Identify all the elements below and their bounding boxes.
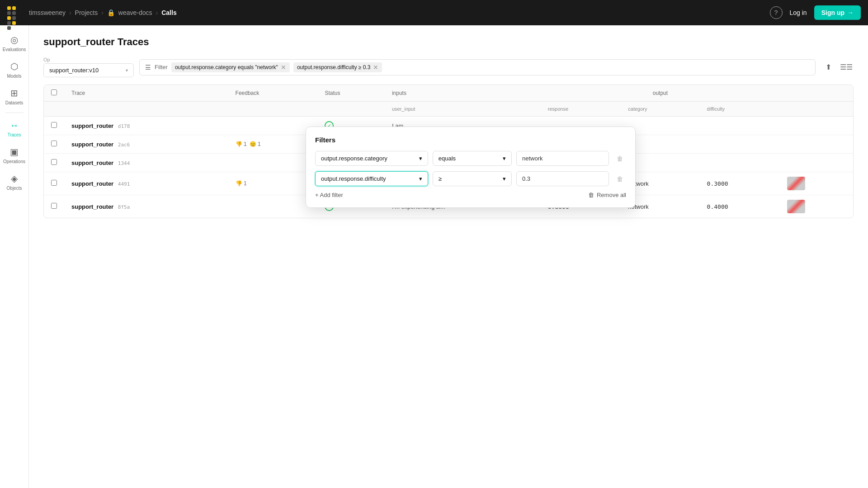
sidebar-item-objects[interactable]: ◈ Objects [2,169,27,194]
thumbnail-cell [780,172,853,195]
col-trace-header: Trace [64,85,228,102]
feedback-badges: 👎 1😐 1 [236,141,311,147]
col-subheader-thumb [780,102,853,117]
op-chevron-icon [126,68,128,73]
topnav-right: ? Log in Sign up → [770,5,861,20]
logo-dot-5 [7,16,11,20]
row-check-col[interactable] [44,135,64,154]
breadcrumb-user[interactable]: timssweeney [29,9,66,16]
sidebar-item-operations[interactable]: ▣ Operations [2,143,27,168]
traces-icon: ↔ [10,120,19,131]
filter-field-2[interactable]: output.response.difficulty [315,171,428,186]
filter-chip-2-remove-icon[interactable]: ✕ [373,64,378,71]
filter-chip-1[interactable]: output.response.category equals "network… [171,62,290,72]
filter-chip-2-text: output.response.difficulty ≥ 0.3 [297,64,370,70]
objects-icon: ◈ [11,173,18,184]
filter-delete-2[interactable]: 🗑 [613,173,626,185]
row-checkbox-4[interactable] [51,203,57,209]
sidebar-item-traces[interactable]: ↔ Traces [2,117,27,141]
filter-op-1-text: equals [439,155,456,162]
row-checkbox-2[interactable] [51,159,57,165]
col-subheader-category: category [621,102,699,117]
trace-name-cell[interactable]: support_router 8f5a [64,195,228,218]
trace-name: support_router [71,160,113,166]
sidebar-item-models[interactable]: ⬡ Models [2,57,27,82]
trace-name-cell[interactable]: support_router 1344 [64,154,228,172]
filter-row-2: output.response.difficulty ≥ 🗑 [315,171,626,186]
row-checkbox-1[interactable] [51,141,57,146]
trace-name-cell[interactable]: support_router 4491 [64,172,228,195]
filter-label: Filter [155,64,168,70]
difficulty-cell: 0.3000 [700,172,780,195]
col-subheader-check [44,102,64,117]
filter-field-2-text: output.response.difficulty [321,175,386,182]
filter-value-2[interactable] [516,171,609,186]
col-output-header: output [541,85,780,102]
export-button[interactable]: ⬆ [821,60,835,75]
filter-row-1: output.response.category equals 🗑 [315,151,626,166]
row-check-col[interactable] [44,117,64,135]
logo-dot-9 [7,26,11,30]
filters-popup-title: Filters [315,136,626,144]
filter-chip-1-remove-icon[interactable]: ✕ [281,64,286,71]
row-checkbox-3[interactable] [51,180,57,186]
logo [7,6,20,19]
logo-dot-6 [12,16,16,20]
filter-chip-2[interactable]: output.response.difficulty ≥ 0.3 ✕ [293,62,382,72]
breadcrumb: timssweeney › Projects › 🔒 weave-docs › … [29,9,177,16]
filter-op-2-chevron-icon [503,175,506,182]
thumbnail-cell [780,195,853,218]
row-check-col[interactable] [44,172,64,195]
select-all-checkbox[interactable] [51,89,57,95]
sidebar-divider [5,113,24,113]
logo-dot-1 [7,6,11,10]
sidebar-item-evaluations[interactable]: ◎ Evaluations [2,31,27,56]
filter-op-1[interactable]: equals [433,151,512,166]
breadcrumb-projects[interactable]: Projects [75,9,98,16]
trace-name-cell[interactable]: support_router 2ac6 [64,135,228,154]
row-check-col[interactable] [44,195,64,218]
op-value: support_router:v10 [49,67,99,74]
columns-button[interactable]: ☰☰ [839,60,854,75]
filter-value-1[interactable] [516,151,609,166]
breadcrumb-project[interactable]: weave-docs [118,9,152,16]
trace-name-cell[interactable]: support_router d178 [64,117,228,135]
logo-dot-3 [7,11,11,15]
signup-button[interactable]: Sign up → [814,5,861,20]
row-check-col[interactable] [44,154,64,172]
feedback-cell: 👎 1😐 1 [228,135,318,154]
trace-id: 2ac6 [118,142,130,148]
thumbnail-cell [780,154,853,172]
filter-delete-1[interactable]: 🗑 [613,152,626,165]
col-status-header: Status [317,85,384,102]
help-button[interactable]: ? [770,6,783,19]
trace-thumbnail [787,200,805,213]
filter-bar[interactable]: ☰ Filter output.response.category equals… [139,59,816,75]
sidebar: ◎ Evaluations ⬡ Models ⊞ Datasets ↔ Trac… [0,25,29,488]
feedback-cell [228,154,318,172]
sidebar-item-datasets[interactable]: ⊞ Datasets [2,84,27,109]
logo-dot-8 [12,21,16,25]
sidebar-item-label-models: Models [7,74,21,79]
filter-field-1[interactable]: output.response.category [315,151,428,166]
col-thumb-header [780,85,853,102]
row-checkbox-0[interactable] [51,122,57,128]
col-subheader-feedback [228,102,318,117]
trace-name: support_router [71,141,113,148]
op-select[interactable]: support_router:v10 [43,63,134,77]
col-subheader-difficulty: difficulty [700,102,780,117]
add-filter-button[interactable]: + Add filter [315,192,343,198]
difficulty-value: 0.4000 [707,203,728,210]
login-button[interactable]: Log in [790,9,807,16]
breadcrumb-current: Calls [161,9,176,16]
difficulty-cell [700,117,780,135]
operations-icon: ▣ [10,146,19,157]
op-selector-group: Op support_router:v10 [43,57,134,77]
remove-all-button[interactable]: 🗑 Remove all [588,192,626,198]
toolbar-actions: ⬆ ☰☰ [821,60,854,75]
filter-op-2[interactable]: ≥ [433,171,512,186]
difficulty-cell [700,154,780,172]
col-select-all[interactable] [44,85,64,102]
remove-all-label: Remove all [597,192,626,198]
op-label: Op [43,57,134,62]
